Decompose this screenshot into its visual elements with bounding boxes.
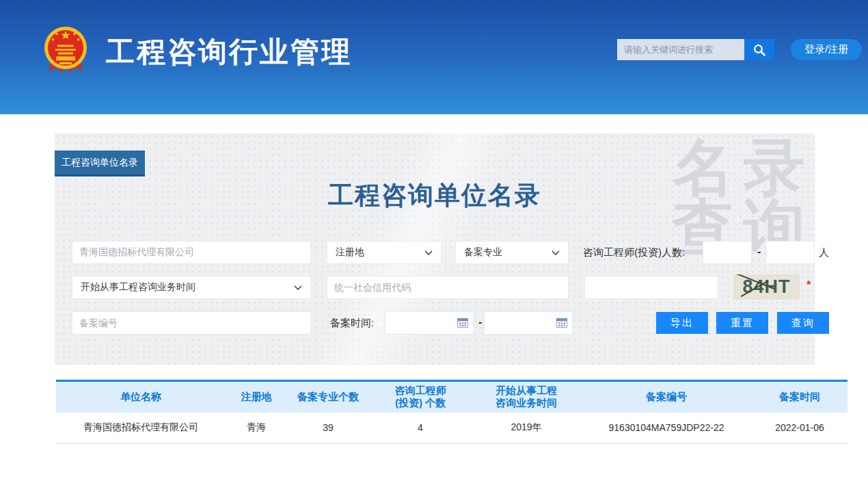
engineer-count-min-input[interactable] — [703, 241, 752, 264]
cell-engineer-count: 4 — [369, 413, 472, 444]
captcha-image[interactable]: 84HT — [733, 274, 800, 300]
chevron-down-icon — [424, 250, 433, 255]
engineer-count-label: 咨询工程师(投资)人数: — [583, 246, 685, 259]
start-time-select-value: 开始从事工程咨询业务时间 — [81, 281, 195, 293]
chevron-down-icon — [552, 250, 560, 255]
region-select-value: 注册地 — [336, 246, 364, 259]
range-separator: - — [757, 246, 761, 258]
export-button[interactable]: 导出 — [656, 312, 708, 334]
national-emblem-logo — [43, 25, 88, 74]
reset-button[interactable]: 重置 — [716, 312, 768, 334]
company-name-input[interactable] — [72, 241, 311, 264]
page-title: 工程咨询单位名录 — [55, 179, 815, 213]
region-select[interactable]: 注册地 — [327, 241, 442, 264]
col-start-time: 开始从事工程咨询业务时间 — [472, 381, 581, 413]
cell-unit-name: 青海国德招标代理有限公司 — [56, 413, 226, 444]
col-record-number: 备案编号 — [581, 381, 752, 413]
start-time-select[interactable]: 开始从事工程咨询业务时间 — [72, 276, 311, 299]
record-time-start-input[interactable] — [385, 311, 474, 335]
col-engineer-count: 咨询工程师(投资) 个数 — [369, 381, 472, 413]
col-region: 注册地 — [226, 381, 287, 413]
login-register-button[interactable]: 登录/注册 — [791, 39, 862, 60]
search-button[interactable] — [744, 39, 774, 60]
col-record-time: 备案时间 — [752, 381, 847, 413]
query-button[interactable]: 查询 — [777, 312, 829, 334]
cell-record-number: 91630104MA759JDP22-22 — [581, 413, 752, 444]
record-time-label: 备案时间: — [330, 317, 374, 330]
person-unit-label: 人 — [819, 246, 829, 259]
table-row[interactable]: 青海国德招标代理有限公司 青海 39 4 2019年 91630104MA759… — [56, 413, 847, 444]
credit-code-input[interactable] — [327, 276, 569, 299]
magnifier-icon — [752, 43, 766, 57]
cell-region: 青海 — [226, 413, 287, 444]
results-table: 单位名称 注册地 备案专业个数 咨询工程师(投资) 个数 开始从事工程咨询业务时… — [56, 380, 847, 444]
record-time-start-field — [385, 311, 474, 335]
page: 工程咨询行业管理 登录/注册 名录 查询 工程咨询单位名录 工程咨询单位名录 注… — [0, 0, 868, 496]
captcha-input[interactable] — [584, 276, 718, 299]
cell-record-time: 2022-01-06 — [752, 413, 847, 444]
date-separator: - — [478, 316, 482, 328]
tab-unit-directory[interactable]: 工程咨询单位名录 — [55, 151, 145, 177]
record-time-end-field — [484, 311, 573, 335]
record-time-end-input[interactable] — [484, 311, 573, 335]
query-panel: 名录 查询 工程咨询单位名录 工程咨询单位名录 注册地 备案专业 咨询工程师(投… — [55, 133, 815, 365]
cell-specialty-count: 39 — [287, 413, 369, 444]
header-search — [617, 39, 774, 60]
site-title: 工程咨询行业管理 — [106, 33, 352, 71]
required-mark: * — [806, 278, 811, 292]
site-header: 工程咨询行业管理 登录/注册 — [0, 0, 868, 114]
specialty-select[interactable]: 备案专业 — [455, 241, 569, 264]
chevron-down-icon — [294, 285, 302, 290]
col-specialty-count: 备案专业个数 — [287, 381, 369, 413]
engineer-count-max-input[interactable] — [765, 241, 815, 264]
keyword-search-input[interactable] — [617, 39, 744, 60]
table-header-row: 单位名称 注册地 备案专业个数 咨询工程师(投资) 个数 开始从事工程咨询业务时… — [56, 381, 847, 413]
cell-start-time: 2019年 — [472, 413, 581, 444]
specialty-select-value: 备案专业 — [464, 246, 502, 259]
col-unit-name: 单位名称 — [56, 381, 226, 413]
record-number-input[interactable] — [72, 311, 311, 335]
